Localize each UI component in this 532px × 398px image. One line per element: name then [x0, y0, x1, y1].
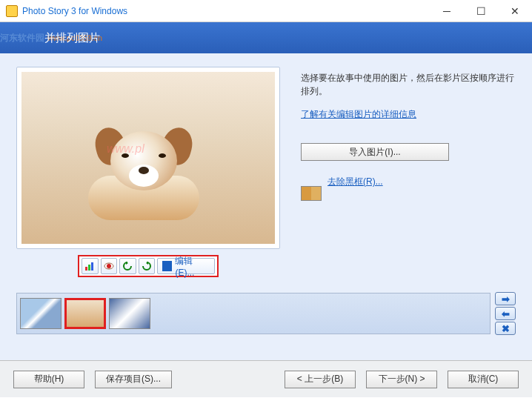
rotate-left-button[interactable] [119, 258, 136, 274]
maximize-button[interactable]: ☐ [464, 0, 498, 22]
preview-frame: www.pl [16, 67, 280, 249]
next-button[interactable]: 下一步(N) > [366, 371, 437, 388]
watermark-text: 河东软件园 [0, 32, 44, 44]
svg-rect-2 [91, 262, 93, 271]
help-button[interactable]: 帮助(H) [13, 371, 84, 388]
titlebar: Photo Story 3 for Windows ─ ☐ ✕ [0, 0, 532, 22]
edit-icon [162, 261, 172, 271]
info-column: 选择要在故事中使用的图片，然后在影片区按顺序进行排列。 了解有关编辑图片的详细信… [301, 67, 516, 277]
bottom-bar: 帮助(H) 保存项目(S)... < 上一步(B) 下一步(N) > 取消(C) [0, 360, 532, 397]
svg-rect-0 [85, 267, 87, 271]
black-frame-thumb-icon [301, 186, 322, 201]
thumbnail[interactable] [109, 298, 150, 329]
svg-rect-1 [88, 265, 90, 271]
page-title: 并排列图片 [44, 31, 100, 45]
window-title: Photo Story 3 for Windows [22, 6, 430, 16]
thumbnail[interactable] [20, 298, 61, 329]
top-row: www.pl 编辑(E)... 选择要在故事中使用的图片，然后在影片区按顺序进行… [16, 67, 516, 277]
red-eye-button[interactable] [101, 258, 118, 274]
filmstrip[interactable] [16, 293, 491, 334]
remove-black-frame-row: 去除黑框(R)... [301, 176, 516, 210]
app-icon [6, 5, 18, 17]
move-left-button[interactable]: ⬅ [495, 307, 516, 320]
banner: 河东软件园 www.pc0359.cn 并排列图片 [0, 22, 532, 53]
preview-column: www.pl 编辑(E)... [16, 67, 280, 277]
back-button[interactable]: < 上一步(B) [285, 371, 356, 388]
move-right-button[interactable]: ➡ [495, 292, 516, 305]
filmstrip-buttons: ➡ ⬅ ✖ [495, 292, 516, 335]
close-button[interactable]: ✕ [498, 0, 532, 22]
delete-thumb-button[interactable]: ✖ [495, 322, 516, 335]
import-pictures-button[interactable]: 导入图片(I)... [301, 143, 449, 161]
thumbnail-selected[interactable] [64, 298, 106, 329]
filmstrip-row: ➡ ⬅ ✖ [16, 292, 516, 335]
edit-label: 编辑(E)... [175, 255, 210, 278]
rotate-right-button[interactable] [139, 258, 156, 274]
image-content [88, 124, 207, 220]
learn-more-link[interactable]: 了解有关编辑图片的详细信息 [301, 108, 416, 121]
svg-point-4 [107, 264, 111, 268]
cancel-button[interactable]: 取消(C) [448, 371, 519, 388]
edit-button[interactable]: 编辑(E)... [157, 258, 215, 274]
image-watermark: www.pl [107, 142, 144, 156]
color-levels-button[interactable] [82, 258, 99, 274]
content-area: www.pl 编辑(E)... 选择要在故事中使用的图片，然后在影片区按顺序进行… [0, 53, 532, 360]
minimize-button[interactable]: ─ [430, 0, 464, 22]
save-project-button[interactable]: 保存项目(S)... [95, 371, 172, 388]
remove-black-frame-link[interactable]: 去除黑框(R)... [327, 176, 383, 188]
edit-toolbar: 编辑(E)... [78, 255, 219, 277]
preview-image[interactable]: www.pl [21, 72, 275, 244]
instructions-text: 选择要在故事中使用的图片，然后在影片区按顺序进行排列。 [301, 71, 516, 98]
